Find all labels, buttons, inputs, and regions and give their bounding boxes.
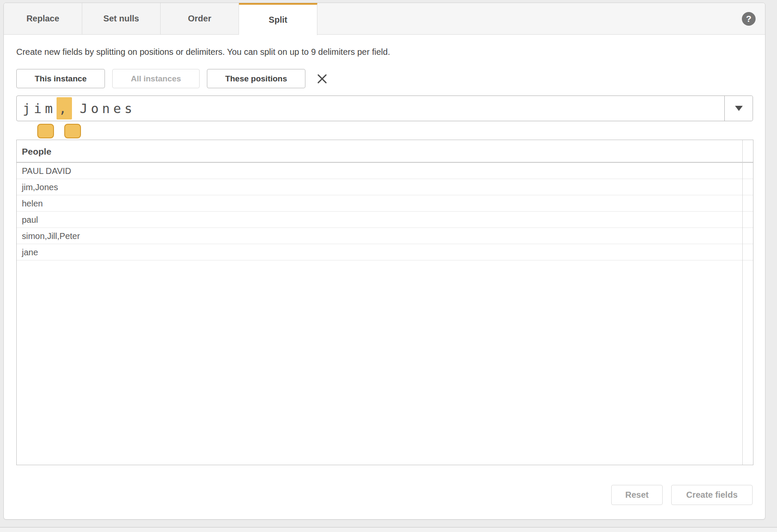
split-dialog-panel: Replace Set nulls Order Split ? Create n…: [3, 3, 765, 520]
sample-text-before: jim: [23, 101, 56, 116]
split-position-marker-2[interactable]: [64, 124, 81, 138]
preview-table: People PAUL DAVID jim,Jones helen paul s…: [16, 140, 753, 465]
tab-replace[interactable]: Replace: [4, 3, 82, 34]
sample-text-after: Jones: [80, 101, 135, 116]
help-icon[interactable]: ?: [742, 12, 756, 26]
sample-value-area: jim,Jones: [16, 96, 753, 138]
close-icon[interactable]: [314, 70, 331, 87]
split-tab-content: Create new fields by splitting on positi…: [4, 45, 765, 465]
table-row: paul: [17, 212, 753, 228]
reset-button[interactable]: Reset: [611, 485, 663, 505]
bottom-toolbar-edge: [0, 527, 777, 532]
split-position-marker-1[interactable]: [37, 124, 54, 138]
table-row: helen: [17, 195, 753, 212]
these-positions-button[interactable]: These positions: [207, 69, 306, 88]
table-row: simon,Jill,Peter: [17, 228, 753, 244]
tab-order[interactable]: Order: [161, 3, 239, 34]
tab-split[interactable]: Split: [239, 3, 317, 35]
split-description: Create new fields by splitting on positi…: [16, 45, 753, 59]
highlighted-delimiter[interactable]: ,: [57, 97, 72, 120]
table-row: jim,Jones: [17, 179, 753, 195]
table-row: jane: [17, 244, 753, 260]
create-fields-button[interactable]: Create fields: [671, 485, 753, 505]
sample-value-field[interactable]: jim,Jones: [16, 96, 753, 121]
x-icon: [317, 73, 328, 84]
tab-set-nulls[interactable]: Set nulls: [82, 3, 161, 34]
this-instance-button[interactable]: This instance: [16, 69, 105, 88]
tab-bar: Replace Set nulls Order Split ?: [4, 3, 765, 35]
sample-value-dropdown-toggle[interactable]: [724, 96, 753, 121]
chevron-down-icon: [735, 106, 743, 111]
table-side-column: [742, 140, 753, 465]
dialog-footer: Reset Create fields: [611, 485, 753, 505]
split-mode-row: This instance All instances These positi…: [16, 69, 753, 88]
all-instances-button[interactable]: All instances: [112, 69, 199, 88]
table-header-people: People: [17, 140, 753, 163]
table-row: PAUL DAVID: [17, 163, 753, 179]
